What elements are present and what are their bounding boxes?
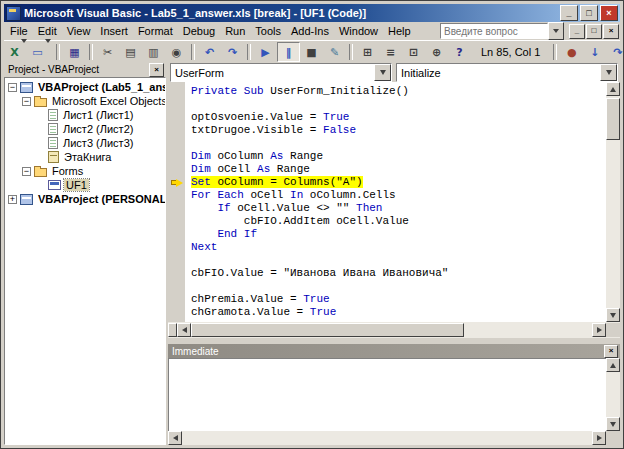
toggle-breakpoint-button[interactable]: ●	[560, 42, 583, 62]
horizontal-scrollbar-track[interactable]	[191, 323, 592, 337]
code-editor[interactable]: Private Sub UserForm_Initialize() optOsv…	[185, 82, 606, 322]
tree-item[interactable]: +VBAProject (PERSONAL.XLS)	[5, 192, 165, 206]
immediate-horizontal-scrollbar[interactable]	[168, 431, 606, 445]
reset-button[interactable]: ■	[300, 42, 323, 62]
insert-userform-button[interactable]: ▭	[30, 42, 53, 62]
toolbox-button[interactable]: ⊕	[425, 42, 448, 62]
menu-item-debug[interactable]: Debug	[178, 24, 220, 38]
view-microsoft-excel-dropdown-arrow[interactable]	[21, 43, 27, 61]
horizontal-scrollbar-thumb[interactable]	[191, 323, 464, 337]
scroll-up-button[interactable]	[606, 358, 620, 372]
project-explorer-button[interactable]: ⊞	[356, 42, 379, 62]
code-line-text	[191, 254, 198, 266]
mdi-close-button[interactable]: ×	[603, 24, 619, 39]
scroll-down-button[interactable]	[606, 417, 620, 431]
paste-button[interactable]: ▥	[142, 42, 165, 62]
menu-item-addins[interactable]: Add-Ins	[286, 24, 334, 38]
view-microsoft-excel-button[interactable]: X	[7, 42, 30, 62]
object-dropdown-arrow-button[interactable]	[374, 64, 391, 81]
menu-item-insert[interactable]: Insert	[95, 24, 133, 38]
tree-expander[interactable]: −	[22, 167, 31, 176]
split-handle[interactable]	[168, 323, 177, 337]
code-line-text: Next	[191, 241, 217, 253]
scroll-right-button[interactable]	[592, 323, 606, 337]
code-token	[191, 228, 217, 240]
tree-item-label: Forms	[50, 165, 85, 177]
tree-item[interactable]: −Microsoft Excel Objects	[5, 94, 165, 108]
step-over-button[interactable]: ↷	[606, 42, 624, 62]
menu-item-edit[interactable]: Edit	[33, 24, 62, 38]
menu-item-view[interactable]: View	[62, 24, 96, 38]
tree-item[interactable]: Лист3 (Лист3)	[5, 136, 165, 150]
break-button[interactable]: ‖	[277, 42, 300, 62]
tree-expander[interactable]: +	[8, 195, 17, 204]
keyword-token: False	[323, 124, 356, 136]
help-button[interactable]: ?	[448, 42, 471, 62]
tree-expander[interactable]: −	[8, 83, 17, 92]
step-into-button[interactable]: ↓	[583, 42, 606, 62]
tree-expander[interactable]: −	[22, 97, 31, 106]
menu-item-format[interactable]: Format	[133, 24, 178, 38]
run-icon: ▶	[261, 47, 269, 58]
minimize-button[interactable]: _	[560, 5, 578, 21]
procedure-dropdown-arrow-button[interactable]	[600, 64, 617, 81]
scroll-left-button[interactable]	[177, 323, 191, 337]
immediate-vertical-scrollbar[interactable]	[606, 358, 620, 431]
code-line	[191, 98, 606, 111]
question-input[interactable]	[440, 23, 548, 39]
menu-item-help[interactable]: Help	[383, 24, 416, 38]
question-dropdown-button[interactable]	[548, 22, 564, 40]
code-horizontal-scrollbar[interactable]	[168, 322, 620, 338]
code-vertical-scrollbar[interactable]	[606, 82, 620, 322]
procedure-dropdown[interactable]: Initialize	[396, 63, 618, 82]
immediate-close-button[interactable]: ×	[604, 345, 618, 358]
scroll-down-button[interactable]	[606, 308, 620, 322]
code-token: chGramota.Value =	[191, 306, 310, 318]
code-token: oColumn.Cells	[303, 189, 395, 201]
menu-item-file[interactable]: File	[5, 24, 33, 38]
tree-item[interactable]: Лист2 (Лист2)	[5, 122, 165, 136]
code-token: chPremia.Value =	[191, 293, 303, 305]
mdi-minimize-button[interactable]: _	[569, 24, 585, 39]
scroll-right-button[interactable]	[592, 431, 606, 445]
scroll-left-button[interactable]	[168, 431, 182, 445]
menu-item-window[interactable]: Window	[334, 24, 383, 38]
project-panel-close-button[interactable]: ×	[149, 63, 164, 77]
redo-button[interactable]: ↷	[221, 42, 244, 62]
run-button[interactable]: ▶	[254, 42, 277, 62]
copy-button[interactable]: ▤	[119, 42, 142, 62]
cut-button[interactable]: ✂	[96, 42, 119, 62]
code-line: cbFIO.AddItem oCell.Value	[191, 215, 606, 228]
keyword-token: True	[303, 293, 329, 305]
maximize-button[interactable]: □	[580, 5, 598, 21]
menu-bar: FileEditViewInsertFormatDebugRunToolsAdd…	[4, 22, 620, 40]
tree-item[interactable]: ЭтаКнига	[5, 150, 165, 164]
close-icon: ×	[609, 27, 614, 35]
close-button[interactable]: ×	[600, 5, 618, 21]
scroll-up-button[interactable]	[606, 82, 620, 96]
object-browser-button[interactable]: ⊡	[402, 42, 425, 62]
tree-item[interactable]: Лист1 (Лист1)	[5, 108, 165, 122]
design-mode-button[interactable]: ✎	[323, 42, 346, 62]
immediate-title-bar[interactable]: Immediate ×	[168, 344, 620, 358]
properties-window-button[interactable]: ≡	[379, 42, 402, 62]
immediate-content[interactable]	[168, 358, 606, 431]
scrollbar-corner	[606, 431, 620, 445]
code-line: Private Sub UserForm_Initialize()	[191, 85, 606, 98]
tree-item[interactable]: −VBAProject (Lab5_1_answer.xls)	[5, 80, 165, 94]
keyword-token: If	[244, 228, 257, 240]
tree-item[interactable]: −Forms	[5, 164, 165, 178]
undo-button[interactable]: ↶	[198, 42, 221, 62]
save-button[interactable]: ▦	[63, 42, 86, 62]
object-dropdown[interactable]: UserForm	[170, 63, 392, 82]
vertical-scrollbar-thumb[interactable]	[606, 98, 620, 140]
insert-userform-dropdown-arrow[interactable]	[45, 43, 51, 61]
find-button[interactable]: ◉	[165, 42, 188, 62]
tree-item[interactable]: UF1	[5, 178, 165, 192]
menu-item-tools[interactable]: Tools	[250, 24, 286, 38]
mdi-restore-button[interactable]: □	[586, 24, 602, 39]
sheet-icon	[48, 123, 58, 135]
keyword-token: As	[257, 163, 270, 175]
project-panel-title: Project - VBAProject	[8, 64, 149, 75]
menu-item-run[interactable]: Run	[220, 24, 250, 38]
